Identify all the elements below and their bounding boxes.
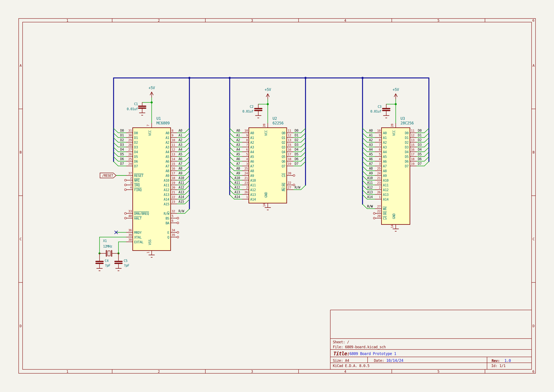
pin-number[interactable]: 3: [130, 181, 132, 185]
bus-entry[interactable]: [185, 133, 189, 138]
net-label-D7[interactable]: D7: [418, 162, 422, 166]
crystal-reference[interactable]: X1: [103, 239, 107, 243]
pin-number[interactable]: 24: [128, 162, 132, 166]
pin-number[interactable]: 22: [377, 209, 381, 213]
pin-name[interactable]: CS: [282, 174, 285, 178]
pin-name[interactable]: E: [167, 231, 169, 235]
bus-entry[interactable]: [185, 199, 189, 204]
net-label-A3[interactable]: A3: [179, 143, 182, 147]
pin-name[interactable]: A7: [166, 164, 169, 168]
pin-name-gnd[interactable]: GND: [264, 192, 268, 198]
pin-name[interactable]: A8: [250, 169, 254, 173]
net-label-A0[interactable]: A0: [179, 129, 182, 133]
pin-name[interactable]: CS: [383, 217, 387, 220]
bus-entry[interactable]: [363, 143, 367, 147]
pin-name-vcc[interactable]: VCC: [148, 130, 152, 136]
net-label-D3[interactable]: D3: [295, 143, 298, 147]
bus-entry[interactable]: [114, 138, 118, 142]
pin-name[interactable]: A6: [166, 160, 169, 163]
pin-name[interactable]: D5: [405, 155, 409, 159]
pin-name[interactable]: D4: [134, 150, 138, 154]
bus-entry[interactable]: [114, 147, 118, 152]
pin-number[interactable]: 3: [379, 162, 381, 166]
pin-name[interactable]: D7: [405, 164, 409, 168]
pin-name[interactable]: Q5: [282, 155, 285, 159]
pin-name[interactable]: A10: [164, 179, 169, 182]
pin-name[interactable]: DMA/BREQ: [134, 212, 149, 216]
pin-number[interactable]: 10: [244, 129, 248, 133]
pin-number[interactable]: 9: [246, 133, 248, 137]
net-label-A2[interactable]: A2: [236, 138, 240, 142]
cap-value[interactable]: ?pF: [105, 264, 110, 267]
pin-number-vcc[interactable]: 28: [390, 124, 394, 127]
pin-number[interactable]: 24: [377, 171, 381, 175]
pin-number[interactable]: 36: [128, 228, 132, 232]
net-label-A4[interactable]: A4: [369, 148, 373, 151]
net-label-A6[interactable]: A6: [369, 157, 373, 161]
pin-name[interactable]: A2: [250, 141, 254, 145]
bus-entry[interactable]: [230, 195, 234, 199]
pin-number[interactable]: 8: [246, 138, 248, 142]
bus-entry[interactable]: [185, 152, 189, 156]
net-label-A8[interactable]: A8: [236, 167, 240, 170]
pin-name[interactable]: A2: [383, 141, 387, 145]
cap-value[interactable]: 0.01uf: [242, 110, 253, 113]
bus-entry[interactable]: [185, 185, 189, 190]
pin-number[interactable]: 31: [128, 129, 132, 133]
pin-number[interactable]: 38: [128, 238, 132, 242]
bus-entry[interactable]: [424, 128, 429, 133]
pin-number[interactable]: 7: [246, 143, 248, 147]
pin-name[interactable]: MRDY: [134, 231, 142, 235]
pin-name-gnd[interactable]: GND: [392, 213, 396, 219]
bus-entry[interactable]: [230, 190, 234, 194]
bus-entry[interactable]: [363, 166, 367, 171]
net-label-A1[interactable]: A1: [236, 133, 240, 137]
bus-entry[interactable]: [301, 157, 305, 161]
pin-name[interactable]: A3: [166, 145, 169, 149]
bus-entry[interactable]: [424, 157, 429, 161]
net-label-A14[interactable]: A14: [179, 195, 184, 199]
pin-number[interactable]: 23: [377, 181, 381, 185]
pin-number[interactable]: 34: [172, 228, 175, 232]
pin-name[interactable]: NMI: [134, 179, 140, 182]
net-label-A5[interactable]: A5: [369, 152, 373, 156]
net-label-A11[interactable]: A11: [367, 181, 373, 185]
pin-name-gnd[interactable]: VSS: [148, 239, 152, 245]
power-label-5v[interactable]: +5V: [148, 86, 155, 90]
pin-name[interactable]: A4: [250, 150, 254, 154]
net-label-A1[interactable]: A1: [369, 133, 373, 137]
bus-entry[interactable]: [301, 143, 305, 147]
bus-entry[interactable]: [301, 128, 305, 133]
net-label-R/W[interactable]: R/W: [179, 209, 184, 213]
bus-entry[interactable]: [185, 147, 189, 152]
pin-number[interactable]: 18: [411, 157, 414, 161]
bus-entry[interactable]: [424, 147, 429, 152]
net-label-A10[interactable]: A10: [367, 176, 373, 180]
pin-number[interactable]: 13: [411, 138, 414, 142]
bus-entry[interactable]: [424, 138, 429, 142]
net-label-D4[interactable]: D4: [295, 148, 298, 151]
pin-number[interactable]: 26: [244, 190, 248, 194]
pin-name[interactable]: A12: [250, 188, 256, 192]
pin-name[interactable]: Q3: [282, 145, 285, 149]
ic-U1-reference[interactable]: U1: [156, 116, 161, 121]
net-label-D1[interactable]: D1: [418, 133, 422, 137]
pin-name[interactable]: RESET: [134, 174, 144, 178]
bus-entry[interactable]: [301, 138, 305, 142]
pin-name[interactable]: Q7: [282, 164, 285, 168]
ic-U3-value[interactable]: 28C256: [401, 121, 414, 125]
pin-name[interactable]: D3: [405, 145, 409, 149]
pin-number[interactable]: 10: [377, 129, 381, 133]
pin-name[interactable]: A8: [166, 169, 169, 173]
pin-name[interactable]: D2: [405, 141, 409, 145]
pin-number[interactable]: 6: [379, 148, 381, 151]
net-label-A11[interactable]: A11: [235, 181, 240, 185]
pin-number[interactable]: 35: [172, 233, 175, 237]
net-label-A12[interactable]: A12: [235, 186, 240, 189]
pin-number[interactable]: 16: [411, 148, 414, 151]
pin-name[interactable]: A14: [383, 198, 388, 201]
pin-name[interactable]: A11: [250, 183, 256, 187]
bus-entry[interactable]: [363, 204, 367, 209]
bus-entry[interactable]: [363, 128, 367, 133]
bus-entry[interactable]: [230, 152, 234, 156]
